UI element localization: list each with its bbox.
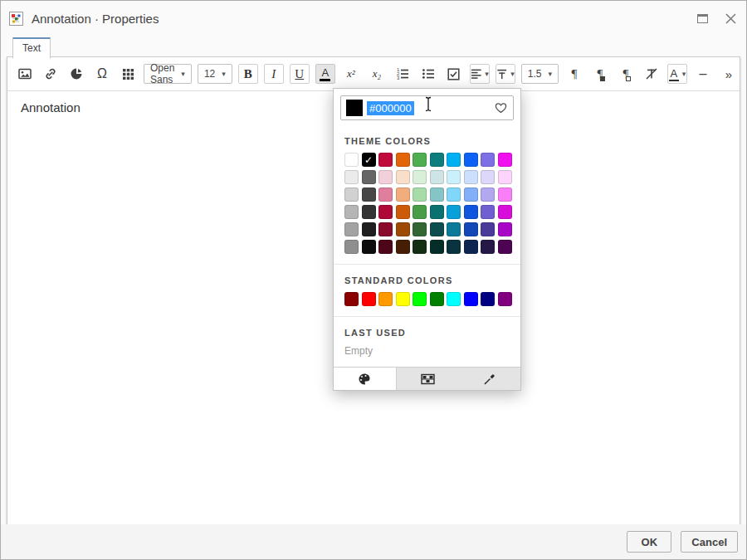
color-swatch[interactable] — [430, 292, 444, 306]
color-swatch[interactable] — [481, 240, 495, 254]
line-spacing-select[interactable]: 1.5 ▾ — [521, 64, 559, 84]
color-swatch[interactable] — [430, 222, 444, 236]
color-swatch[interactable] — [447, 205, 461, 219]
color-swatch[interactable] — [481, 153, 495, 167]
color-swatch[interactable] — [464, 187, 478, 202]
color-swatch[interactable] — [344, 240, 359, 254]
numbered-list-button[interactable]: 123 — [393, 64, 413, 84]
highlight-color-select[interactable]: A ▾ — [667, 64, 687, 84]
underline-button[interactable]: U — [290, 64, 310, 84]
color-swatch[interactable] — [481, 170, 495, 184]
ok-button[interactable]: OK — [627, 531, 671, 553]
color-swatch[interactable] — [430, 153, 444, 167]
paragraph-after-button[interactable]: ¶ — [616, 64, 636, 84]
insert-table-button[interactable] — [118, 64, 138, 84]
color-swatch[interactable] — [378, 187, 393, 202]
color-swatch[interactable] — [396, 240, 410, 254]
color-swatch[interactable] — [344, 170, 359, 184]
color-swatch[interactable] — [396, 187, 410, 202]
color-swatch[interactable] — [447, 153, 461, 167]
color-swatch[interactable] — [344, 292, 359, 306]
font-color-button[interactable]: A — [315, 64, 335, 84]
color-swatch[interactable] — [498, 205, 512, 219]
color-swatch[interactable] — [447, 222, 461, 236]
color-swatch[interactable] — [413, 170, 427, 184]
color-swatch[interactable] — [464, 205, 478, 219]
checkbox-list-button[interactable] — [444, 64, 464, 84]
color-swatch[interactable] — [362, 292, 376, 306]
color-swatch[interactable] — [430, 170, 444, 184]
color-swatch[interactable] — [481, 292, 495, 306]
color-swatch[interactable] — [362, 222, 376, 236]
insert-image-button[interactable] — [15, 64, 35, 84]
color-swatch[interactable] — [362, 205, 376, 219]
color-swatch[interactable] — [447, 292, 461, 306]
clear-format-button[interactable] — [642, 64, 662, 84]
color-swatch[interactable] — [481, 222, 495, 236]
color-swatch[interactable] — [362, 170, 376, 184]
color-swatch[interactable] — [378, 205, 393, 219]
color-swatch[interactable] — [413, 240, 427, 254]
maximize-button[interactable] — [695, 11, 710, 26]
color-swatch[interactable] — [396, 170, 410, 184]
color-swatch[interactable] — [498, 153, 512, 167]
color-swatch[interactable] — [430, 240, 444, 254]
picker-tab-palette[interactable] — [334, 368, 397, 390]
color-swatch[interactable] — [396, 153, 410, 167]
color-swatch[interactable] — [447, 240, 461, 254]
superscript-button[interactable]: x² — [341, 64, 361, 84]
color-swatch[interactable] — [447, 170, 461, 184]
color-swatch[interactable] — [430, 187, 444, 202]
color-swatch[interactable] — [498, 240, 512, 254]
color-swatch[interactable] — [464, 292, 478, 306]
color-swatch[interactable] — [378, 153, 393, 167]
color-swatch[interactable] — [464, 170, 478, 184]
color-swatch[interactable] — [396, 292, 410, 306]
color-swatch[interactable] — [362, 187, 376, 202]
color-swatch[interactable] — [430, 205, 444, 219]
color-swatch[interactable] — [413, 222, 427, 236]
bullet-list-button[interactable] — [418, 64, 438, 84]
color-swatch[interactable] — [498, 170, 512, 184]
color-swatch[interactable] — [498, 222, 512, 236]
color-swatch[interactable] — [378, 292, 393, 306]
insert-symbol-button[interactable]: Ω — [92, 64, 112, 84]
subscript-button[interactable]: x₂ — [367, 64, 387, 84]
close-button[interactable] — [723, 11, 738, 26]
insert-link-button[interactable] — [41, 64, 61, 84]
color-swatch[interactable] — [344, 187, 359, 202]
picker-tab-custom[interactable] — [397, 368, 459, 390]
color-swatch[interactable] — [344, 205, 359, 219]
hex-color-input[interactable]: #000000 — [367, 101, 414, 115]
color-swatch[interactable] — [481, 205, 495, 219]
color-swatch[interactable] — [464, 153, 478, 167]
color-swatch[interactable]: ✓ — [362, 153, 376, 167]
color-swatch[interactable] — [464, 222, 478, 236]
color-swatch[interactable] — [362, 240, 376, 254]
color-swatch[interactable] — [344, 153, 359, 167]
color-swatch[interactable] — [498, 292, 512, 306]
tab-text[interactable]: Text — [12, 37, 51, 59]
insert-chart-button[interactable] — [66, 64, 86, 84]
align-select[interactable]: ▾ — [470, 64, 490, 84]
font-size-select[interactable]: 12 ▾ — [198, 64, 232, 84]
favorite-button[interactable] — [494, 101, 508, 114]
italic-button[interactable]: I — [264, 64, 284, 84]
color-swatch[interactable] — [447, 187, 461, 202]
color-swatch[interactable] — [378, 222, 393, 236]
color-swatch[interactable] — [413, 205, 427, 219]
color-swatch[interactable] — [344, 222, 359, 236]
paragraph-marks-button[interactable]: ¶ — [564, 64, 584, 84]
color-swatch[interactable] — [464, 240, 478, 254]
decrease-button[interactable]: – — [693, 64, 713, 84]
picker-tab-eyedropper[interactable] — [458, 368, 520, 390]
color-swatch[interactable] — [413, 292, 427, 306]
bold-button[interactable]: B — [238, 64, 258, 84]
color-swatch[interactable] — [498, 187, 512, 202]
font-name-select[interactable]: Open Sans ▾ — [144, 64, 192, 84]
color-swatch[interactable] — [396, 205, 410, 219]
color-swatch[interactable] — [396, 222, 410, 236]
color-swatch[interactable] — [413, 187, 427, 202]
color-swatch[interactable] — [481, 187, 495, 202]
more-tools-button[interactable]: » — [719, 64, 739, 84]
